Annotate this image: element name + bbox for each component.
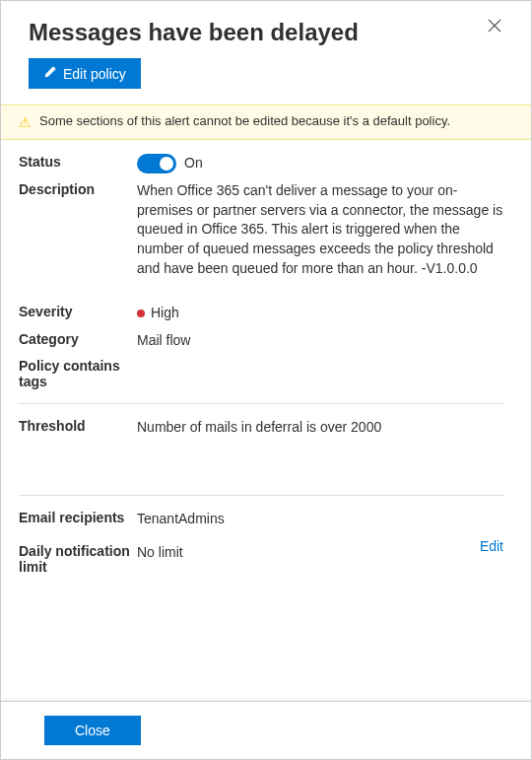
page-title: Messages have been delayed xyxy=(29,19,359,46)
category-row: Category Mail flow xyxy=(19,331,503,351)
close-button-label: Close xyxy=(75,723,110,738)
pencil-icon xyxy=(43,65,57,82)
recipients-section: Email recipients TenantAdmins Daily noti… xyxy=(19,510,503,583)
edit-policy-button[interactable]: Edit policy xyxy=(29,58,141,89)
email-recipients-value: TenantAdmins xyxy=(137,510,460,529)
email-recipients-label: Email recipients xyxy=(19,510,137,525)
edit-recipients-link[interactable]: Edit xyxy=(460,538,503,554)
warning-bar: ⚠ Some sections of this alert cannot be … xyxy=(1,104,531,140)
severity-label: Severity xyxy=(19,304,137,319)
category-value: Mail flow xyxy=(137,331,503,351)
alert-details-panel: Messages have been delayed Edit policy ⚠… xyxy=(1,1,531,759)
tags-row: Policy contains tags xyxy=(19,358,503,389)
daily-limit-row: Daily notification limit No limit xyxy=(19,543,460,575)
email-recipients-row: Email recipients TenantAdmins xyxy=(19,510,460,529)
toolbar: Edit policy xyxy=(1,58,531,104)
daily-limit-label: Daily notification limit xyxy=(19,543,137,575)
divider xyxy=(19,403,503,404)
category-label: Category xyxy=(19,331,137,347)
close-button[interactable]: Close xyxy=(44,716,141,745)
status-row: Status On xyxy=(19,154,503,173)
description-row: Description When Office 365 can't delive… xyxy=(19,181,503,278)
threshold-label: Threshold xyxy=(19,418,137,434)
daily-limit-value: No limit xyxy=(137,543,460,563)
panel-footer: Close xyxy=(1,701,531,759)
status-text: On xyxy=(184,154,203,173)
threshold-value: Number of mails in deferral is over 2000 xyxy=(137,418,503,438)
divider xyxy=(19,495,503,496)
panel-header: Messages have been delayed xyxy=(1,1,531,58)
status-label: Status xyxy=(19,154,137,170)
severity-value-wrap: High xyxy=(137,304,503,323)
severity-value: High xyxy=(151,305,179,320)
content-area: Status On Description When Office 365 ca… xyxy=(1,140,531,701)
status-value-wrap: On xyxy=(137,154,503,173)
tags-label: Policy contains tags xyxy=(19,358,137,389)
threshold-row: Threshold Number of mails in deferral is… xyxy=(19,418,503,438)
severity-dot-icon xyxy=(137,310,145,317)
close-icon[interactable] xyxy=(486,19,503,35)
severity-row: Severity High xyxy=(19,304,503,323)
warning-text: Some sections of this alert cannot be ed… xyxy=(39,113,450,128)
description-label: Description xyxy=(19,181,137,197)
description-value: When Office 365 can't deliver a message … xyxy=(137,181,503,278)
status-toggle[interactable] xyxy=(137,154,176,173)
warning-icon: ⚠ xyxy=(19,113,32,131)
edit-policy-label: Edit policy xyxy=(63,66,126,82)
